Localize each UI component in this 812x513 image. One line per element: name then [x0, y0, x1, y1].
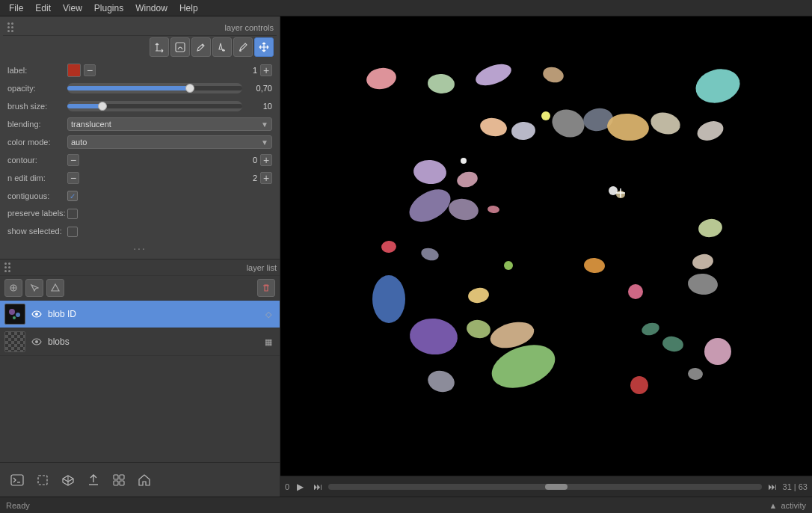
menu-help[interactable]: Help — [173, 1, 204, 15]
color-mode-select-text: auto — [71, 138, 87, 147]
smooth-tool-btn[interactable] — [170, 37, 190, 57]
layer-thumb-blob-id — [4, 304, 25, 325]
menu-view[interactable]: View — [57, 1, 88, 15]
contiguous-checkbox[interactable]: ✓ — [67, 191, 78, 201]
n-edit-dim-minus-btn[interactable]: − — [67, 172, 79, 184]
upload-btn[interactable] — [82, 469, 105, 491]
blending-select[interactable]: translucent ▼ — [67, 117, 272, 131]
layer-eye-blobs[interactable] — [30, 335, 43, 348]
select-layer-btn[interactable] — [25, 279, 43, 297]
show-selected-checkbox[interactable] — [67, 227, 78, 237]
label-num: 1 — [99, 66, 257, 75]
svg-point-26 — [541, 111, 550, 120]
canvas-svg — [280, 16, 812, 497]
contour-num: 0 — [82, 156, 257, 165]
svg-rect-13 — [120, 481, 124, 485]
layer-row-blob-id[interactable]: blob ID ◇ — [0, 301, 280, 328]
layer-list-panel: layer list — [0, 259, 280, 462]
menu-file[interactable]: File — [3, 1, 29, 15]
layer-list-title: layer list — [15, 263, 277, 272]
svg-rect-12 — [114, 481, 118, 485]
label-minus-btn[interactable]: − — [84, 64, 96, 76]
square-select-btn[interactable] — [31, 469, 54, 491]
menu-plugins[interactable]: Plugins — [88, 1, 129, 15]
label-plus-btn[interactable]: + — [260, 64, 272, 76]
svg-point-5 — [13, 316, 16, 319]
menu-edit[interactable]: Edit — [29, 1, 57, 15]
activity-label[interactable]: ▲ activity — [769, 501, 806, 510]
shape-layer-btn[interactable] — [46, 279, 64, 297]
layer-eye-blob-id[interactable] — [30, 307, 43, 321]
transform-tool-btn[interactable] — [150, 37, 169, 57]
label-label: label: — [7, 66, 67, 75]
layer-list-handle: layer list — [0, 259, 280, 276]
timeline-play-btn[interactable]: ▶ — [292, 479, 307, 494]
delete-layer-btn[interactable] — [257, 279, 275, 297]
contiguous-label: contiguous: — [7, 191, 67, 200]
layer-row-blobs[interactable]: blobs ▦ — [0, 328, 280, 356]
svg-rect-11 — [120, 475, 124, 479]
timeline-next-btn[interactable]: ⏭ — [310, 479, 325, 494]
svg-point-6 — [35, 313, 38, 316]
canvas-area[interactable]: 0 ▶ ⏭ ⏭ 31 | 63 — [280, 16, 812, 497]
opacity-label: opacity: — [7, 84, 67, 93]
brush-size-row: brush size: 10 — [3, 97, 277, 115]
svg-point-49 — [704, 338, 731, 365]
svg-point-4 — [16, 313, 20, 317]
layer-thumb-blobs — [4, 331, 25, 352]
fill-tool-btn[interactable] — [212, 37, 232, 57]
brush-size-label: brush size: — [7, 102, 67, 111]
blending-label: blending: — [7, 120, 67, 129]
color-mode-arrow-icon: ▼ — [261, 138, 268, 147]
contour-minus-btn[interactable]: − — [67, 154, 79, 166]
statusbar: Ready ▲ activity — [0, 497, 812, 513]
3d-btn[interactable] — [57, 469, 79, 491]
color-mode-select[interactable]: auto ▼ — [67, 135, 272, 149]
layer-list-drag-handle[interactable] — [3, 261, 12, 274]
home-btn[interactable] — [133, 469, 156, 491]
show-selected-value — [67, 227, 272, 237]
eyedropper-tool-btn[interactable] — [233, 37, 253, 57]
brush-size-slider[interactable] — [67, 101, 242, 111]
svg-point-52 — [630, 376, 648, 394]
grid-btn[interactable] — [108, 469, 130, 491]
label-color-swatch[interactable] — [67, 64, 81, 77]
svg-point-40 — [372, 275, 405, 323]
draw-tool-btn[interactable] — [191, 37, 211, 57]
brush-size-thumb[interactable] — [98, 102, 107, 111]
layer-icon-blobs: ▦ — [262, 335, 275, 348]
brush-size-num: 10 — [245, 102, 272, 111]
preserve-labels-label: preserve labels: — [7, 209, 67, 218]
color-mode-label: color mode: — [7, 138, 67, 147]
svg-point-46 — [628, 284, 643, 299]
timeline-thumb[interactable] — [545, 484, 568, 490]
tool-buttons-row — [3, 36, 277, 58]
menu-window[interactable]: Window — [129, 1, 173, 15]
contour-plus-btn[interactable]: + — [260, 154, 272, 166]
timeline-end-btn[interactable]: ⏭ — [765, 479, 780, 494]
opacity-thumb[interactable] — [185, 84, 194, 93]
brush-size-value: 10 — [67, 101, 272, 111]
drag-handle[interactable] — [6, 21, 15, 34]
n-edit-dim-label: n edit dim: — [7, 173, 67, 182]
move-tool-btn[interactable] — [254, 37, 274, 57]
more-options-dots[interactable]: ··· — [3, 241, 277, 256]
opacity-slider[interactable] — [67, 83, 242, 93]
svg-rect-8 — [11, 475, 23, 485]
n-edit-dim-row: n edit dim: − 2 + — [3, 169, 277, 187]
timeline-frame-counter: 31 | 63 — [783, 482, 808, 491]
timeline-scrubber[interactable] — [328, 484, 761, 490]
contiguous-value: ✓ — [67, 191, 272, 201]
preserve-labels-checkbox[interactable] — [67, 209, 78, 219]
n-edit-dim-num: 2 — [82, 173, 257, 182]
opacity-num: 0,70 — [245, 84, 272, 93]
status-ready: Ready — [6, 501, 30, 510]
show-selected-label: show selected: — [7, 227, 67, 236]
add-layer-btn[interactable] — [4, 279, 22, 297]
n-edit-dim-plus-btn[interactable]: + — [260, 172, 272, 184]
opacity-row: opacity: 0,70 — [3, 79, 277, 97]
timeline-start-frame: 0 — [285, 482, 289, 491]
svg-point-37 — [504, 261, 513, 270]
layer-controls-panel: layer controls — [0, 16, 280, 259]
terminal-btn[interactable] — [6, 469, 28, 491]
